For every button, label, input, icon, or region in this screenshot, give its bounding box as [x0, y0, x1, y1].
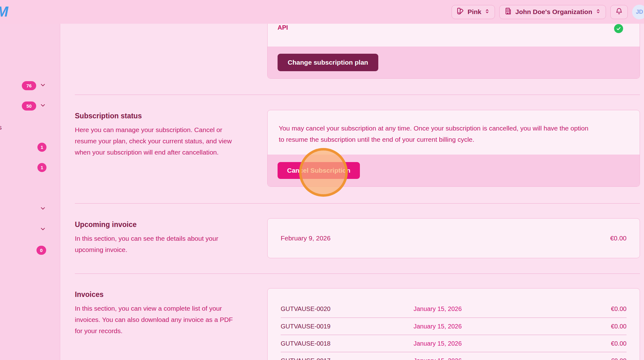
change-subscription-plan-button[interactable]: Change subscription plan [278, 54, 378, 71]
sidebar-count-badge[interactable]: 1 [37, 163, 46, 172]
invoice-number: GUTVAUSE-0020 [281, 305, 414, 313]
invoice-row[interactable]: GUTVAUSE-0020 January 15, 2026 €0.00 [281, 300, 627, 318]
invoice-amount: €0.00 [611, 305, 627, 313]
chevron-up-down-icon [484, 8, 490, 16]
theme-selector[interactable]: Pink [452, 5, 495, 19]
chevron-down-icon[interactable] [40, 82, 46, 90]
upcoming-invoice-date: February 9, 2026 [281, 234, 331, 242]
chevron-down-icon[interactable] [40, 226, 46, 234]
check-icon [614, 24, 623, 33]
sidebar-count-badge[interactable]: 50 [22, 101, 36, 111]
main-content: API Change subscription plan Subscriptio… [60, 24, 644, 360]
invoice-number: GUTVAUSE-0019 [281, 323, 414, 330]
user-avatar[interactable]: JD [632, 5, 644, 19]
sidebar-count-badge[interactable]: 0 [36, 246, 46, 255]
upcoming-invoice-row: February 9, 2026 €0.00 [268, 219, 640, 258]
upcoming-invoice-card: February 9, 2026 €0.00 [267, 218, 640, 258]
invoice-date: January 15, 2026 [414, 357, 611, 360]
invoices-title: Invoices [75, 290, 104, 299]
chevron-down-icon[interactable] [40, 102, 46, 110]
cancel-subscription-button[interactable]: Cancel Subscription [278, 162, 360, 179]
header-actions: Pink John Doe's Organization JD [452, 0, 644, 24]
organization-selector-label: John Doe's Organization [515, 8, 592, 16]
invoice-amount: €0.00 [611, 357, 627, 360]
organization-selector[interactable]: John Doe's Organization [499, 5, 606, 19]
invoice-amount: €0.00 [611, 323, 627, 330]
sidebar-item-label: s [0, 124, 2, 131]
sidebar-nav: 76 50 s 1 1 0 [0, 24, 60, 360]
plan-feature-label: API [278, 24, 288, 31]
sidebar-count-badge[interactable]: 1 [37, 143, 46, 152]
notifications-button[interactable] [610, 5, 628, 19]
invoices-description: In this section, you can view a complete… [75, 303, 233, 337]
swatch-book-icon [457, 7, 464, 17]
upcoming-invoice-amount: €0.00 [610, 234, 627, 242]
app-logo: M [0, 3, 8, 20]
subscription-status-card-text: You may cancel your subscription at any … [279, 123, 588, 145]
plan-card-footer: Change subscription plan [268, 47, 640, 78]
section-divider [75, 95, 640, 95]
section-divider [75, 274, 640, 274]
chevron-down-icon[interactable] [40, 205, 46, 213]
subscription-status-description: Here you can manage your subscription. C… [75, 124, 232, 158]
invoice-date: January 15, 2026 [414, 305, 611, 313]
invoice-row[interactable]: GUTVAUSE-0017 January 15, 2026 €0.00 [281, 352, 627, 360]
invoice-row[interactable]: GUTVAUSE-0019 January 15, 2026 €0.00 [281, 318, 627, 335]
invoices-card: GUTVAUSE-0020 January 15, 2026 €0.00 GUT… [267, 288, 640, 360]
subscription-status-card-footer: Cancel Subscription [268, 155, 640, 186]
invoice-amount: €0.00 [611, 340, 627, 347]
building-icon [504, 7, 512, 17]
upcoming-invoice-title: Upcoming invoice [75, 220, 137, 229]
plan-card: API Change subscription plan [267, 24, 640, 79]
billing-settings-page: API Change subscription plan Subscriptio… [0, 0, 644, 360]
section-divider [75, 203, 640, 204]
subscription-status-title: Subscription status [75, 112, 142, 120]
invoice-date: January 15, 2026 [414, 323, 611, 330]
sidebar-count-badge[interactable]: 76 [22, 81, 36, 90]
bell-icon [615, 7, 623, 17]
invoice-date: January 15, 2026 [414, 340, 611, 347]
invoice-number: GUTVAUSE-0017 [281, 357, 414, 360]
upcoming-invoice-description: In this section, you can see the details… [75, 233, 218, 255]
invoice-number: GUTVAUSE-0018 [281, 340, 414, 347]
subscription-status-card: You may cancel your subscription at any … [267, 110, 640, 187]
invoice-row[interactable]: GUTVAUSE-0018 January 15, 2026 €0.00 [281, 335, 627, 352]
invoices-list: GUTVAUSE-0020 January 15, 2026 €0.00 GUT… [268, 300, 640, 360]
chevron-up-down-icon [595, 8, 601, 16]
top-bar: M Pink John Doe's Organization [0, 0, 644, 24]
theme-selector-label: Pink [467, 8, 481, 16]
